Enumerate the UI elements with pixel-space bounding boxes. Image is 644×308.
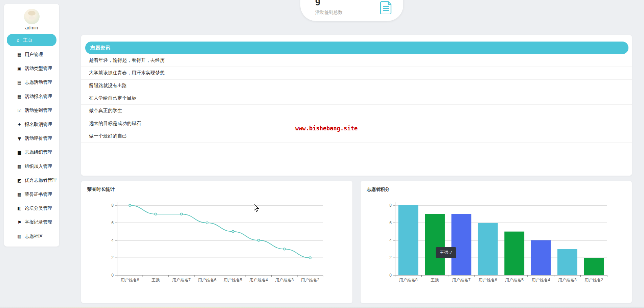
sidebar-item-4[interactable]: ☑活动签到管理 — [4, 104, 59, 118]
news-item[interactable]: 做一个最好的自己 — [81, 130, 632, 143]
svg-text:用户姓名7: 用户姓名7 — [172, 278, 191, 282]
sidebar-item-label: 志愿组织管理 — [25, 149, 52, 155]
svg-text:8: 8 — [389, 203, 392, 208]
briefcase-icon: ▤ — [17, 80, 22, 85]
svg-text:王强: 王强 — [152, 278, 160, 282]
sidebar-item-0[interactable]: ▦用户管理 — [4, 48, 59, 61]
svg-text:用户姓名2: 用户姓名2 — [584, 278, 603, 282]
trend-chart-icon: ◩ — [17, 178, 22, 183]
paper-plane-icon: ✈ — [17, 122, 22, 127]
sidebar-item-12[interactable]: ⚑举报记录管理 — [4, 215, 59, 229]
news-panel-header: 志愿资讯 — [85, 42, 628, 54]
news-item[interactable]: 留退路就没有出路 — [81, 80, 632, 92]
sidebar-item-label: 优秀志愿者管理 — [25, 177, 57, 183]
volunteer-points-chart-card: 志愿者积分 02468用户姓名8王强用户姓名7用户姓名6用户姓名5用户姓名4用户… — [361, 181, 632, 303]
svg-text:王强: 王强 — [431, 278, 439, 282]
grid-icon: ▦ — [17, 94, 22, 99]
sidebar-item-label: 组织加入管理 — [25, 163, 52, 170]
document-icon — [380, 1, 392, 16]
volunteer-points-bar-chart[interactable]: 02468用户姓名8王强用户姓名7用户姓名6用户姓名5用户姓名4用户姓名3用户姓… — [361, 181, 632, 303]
sidebar-item-label: 活动签到管理 — [25, 107, 52, 113]
stat-card-checkin-total[interactable]: 9 活动签到总数 — [300, 0, 403, 21]
svg-text:6: 6 — [111, 221, 114, 225]
sidebar-item-1[interactable]: ▣活动类型管理 — [4, 61, 59, 75]
stat-text: 9 活动签到总数 — [315, 0, 343, 16]
grid-icon: ▦ — [17, 192, 22, 197]
clipboard-check-icon: ☑ — [17, 108, 22, 113]
news-item[interactable]: 做个真正的学生 — [81, 105, 632, 117]
svg-text:8: 8 — [111, 203, 114, 208]
svg-text:用户姓名7: 用户姓名7 — [452, 278, 471, 282]
news-item-text: 留退路就没有出路 — [89, 83, 127, 89]
news-item-text: 远大的目标是成功的磁石 — [89, 121, 141, 127]
svg-text:6: 6 — [389, 221, 392, 225]
username: admin — [4, 25, 59, 30]
sidebar-item-label: 志愿社区 — [25, 233, 43, 239]
svg-text:用户姓名3: 用户姓名3 — [558, 278, 577, 282]
sidebar-item-label: 举报记录管理 — [25, 219, 52, 225]
comment-icon: ▣ — [17, 66, 22, 71]
stat-label: 活动签到总数 — [315, 9, 343, 16]
watermark-text: www.bishebang.site — [295, 125, 358, 132]
avatar[interactable] — [24, 9, 40, 24]
svg-text:用户姓名6: 用户姓名6 — [198, 278, 216, 282]
sidebar-item-11[interactable]: ◧论坛分类管理 — [4, 201, 59, 215]
sidebar-item-6[interactable]: ▼活动评价管理 — [4, 131, 59, 145]
stat-value: 9 — [315, 0, 343, 7]
news-item[interactable]: 大学就该抓住青春，用汗水实现梦想 — [81, 67, 632, 79]
bar-chart-icon: ▆ — [17, 150, 22, 155]
grid-icon: ▦ — [17, 52, 22, 57]
news-panel: 志愿资讯 趁着年轻，输得起，看得开，去经历大学就该抓住青春，用汗水实现梦想留退路… — [81, 35, 632, 176]
honor-hours-chart-card: 荣誉时长统计 02468用户姓名8王强用户姓名7用户姓名6用户姓名5用户姓名4用… — [81, 181, 352, 303]
home-icon: ⌂ — [16, 37, 21, 43]
sidebar-item-2[interactable]: ▤志愿活动管理 — [4, 76, 59, 89]
sidebar-item-label: 活动报名管理 — [25, 94, 52, 100]
svg-text:用户姓名5: 用户姓名5 — [224, 278, 242, 282]
sidebar-item-9[interactable]: ◩优秀志愿者管理 — [4, 174, 59, 187]
sidebar-item-label: 报名取消管理 — [25, 122, 52, 128]
sidebar-item-label: 用户管理 — [25, 52, 43, 58]
svg-text:2: 2 — [111, 255, 114, 260]
sidebar-item-8[interactable]: ▦组织加入管理 — [4, 159, 59, 173]
bottom-divider — [0, 307, 644, 308]
sidebar-item-7[interactable]: ▆志愿组织管理 — [4, 146, 59, 159]
news-item-text: 做一个最好的自己 — [89, 133, 127, 139]
svg-text:用户姓名3: 用户姓名3 — [275, 278, 294, 282]
svg-text:用户姓名5: 用户姓名5 — [505, 278, 524, 282]
news-item-text: 做个真正的学生 — [89, 108, 122, 114]
sidebar-item-3[interactable]: ▦活动报名管理 — [4, 89, 59, 103]
sidebar: admin ⌂ 主页 ▦用户管理▣活动类型管理▤志愿活动管理▦活动报名管理☑活动… — [4, 4, 59, 247]
filter-icon: ▼ — [17, 136, 22, 141]
sidebar-item-13[interactable]: ▥志愿社区 — [4, 229, 59, 243]
svg-text:用户姓名6: 用户姓名6 — [479, 278, 497, 282]
news-item[interactable]: 趁着年轻，输得起，看得开，去经历 — [81, 54, 632, 67]
flag-icon: ⚑ — [17, 220, 22, 225]
thumbs-up-icon: ◧ — [17, 206, 22, 211]
sidebar-item-label: 志愿活动管理 — [25, 79, 52, 85]
news-item[interactable]: 在大学给自己定个目标 — [81, 92, 632, 105]
svg-text:4: 4 — [389, 238, 392, 243]
news-item-text: 在大学给自己定个目标 — [89, 95, 136, 101]
news-item-text: 趁着年轻，输得起，看得开，去经历 — [89, 57, 165, 63]
svg-text:0: 0 — [111, 273, 114, 278]
honor-hours-line-chart[interactable]: 02468用户姓名8王强用户姓名7用户姓名6用户姓名5用户姓名4用户姓名3用户姓… — [81, 181, 352, 303]
svg-text:用户姓名4: 用户姓名4 — [532, 278, 550, 282]
clipboard-icon: ▥ — [17, 234, 22, 239]
news-panel-title: 志愿资讯 — [90, 45, 111, 51]
sidebar-item-label: 论坛分类管理 — [25, 205, 52, 211]
svg-text:0: 0 — [389, 273, 392, 278]
svg-text:2: 2 — [389, 255, 392, 260]
sidebar-item-10[interactable]: ▦荣誉证书管理 — [4, 187, 59, 201]
sidebar-item-label: 活动类型管理 — [25, 66, 52, 72]
mouse-cursor — [254, 204, 260, 212]
svg-text:用户姓名8: 用户姓名8 — [399, 278, 418, 282]
svg-text:4: 4 — [111, 238, 114, 243]
sidebar-menu: ▦用户管理▣活动类型管理▤志愿活动管理▦活动报名管理☑活动签到管理✈报名取消管理… — [4, 48, 59, 243]
sidebar-item-label: 活动评价管理 — [25, 135, 52, 142]
chart-tooltip: 王强:7 — [436, 247, 456, 258]
sidebar-item-5[interactable]: ✈报名取消管理 — [4, 118, 59, 131]
svg-text:用户姓名2: 用户姓名2 — [301, 278, 320, 282]
sidebar-item-label: 主页 — [23, 37, 32, 43]
svg-text:用户姓名8: 用户姓名8 — [121, 278, 139, 282]
sidebar-item-home[interactable]: ⌂ 主页 — [7, 34, 56, 46]
